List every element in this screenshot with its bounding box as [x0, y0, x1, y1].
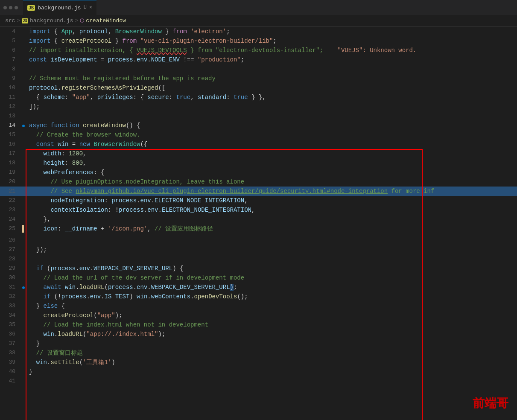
js-icon: JS — [27, 5, 35, 11]
code-line: 8 — [0, 64, 517, 74]
code-content: contextIsolation: !process.env.ELECTRON_… — [26, 205, 517, 215]
line-num: 30 — [0, 273, 22, 283]
line-num: 15 — [0, 130, 22, 140]
line-num: 6 — [0, 46, 22, 55]
code-content: height: 800, — [26, 158, 517, 168]
code-content: // Use pluginOptions.nodeIntegration, le… — [26, 177, 517, 187]
code-line: 29 if (process.env.WEBPACK_DEV_SERVER_UR… — [0, 264, 517, 273]
line-num: 31 — [0, 283, 22, 292]
editor[interactable]: 4 import { App, protocol, BrowserWindow … — [0, 27, 517, 420]
breadcrumb-src: src — [5, 18, 15, 24]
dot-1 — [3, 6, 7, 9]
code-lines: 4 import { App, protocol, BrowserWindow … — [0, 27, 517, 386]
line-num: 24 — [0, 215, 22, 224]
code-line: 33 } else { — [0, 301, 517, 311]
code-line: 18 height: 800, — [0, 158, 517, 168]
line-num: 26 — [0, 236, 22, 245]
line-num: 10 — [0, 83, 22, 93]
code-content: nodeIntegration: process.env.ELECTRON_NO… — [26, 196, 517, 205]
line-num: 4 — [0, 27, 22, 36]
code-content: } — [26, 367, 517, 376]
code-content: // 设置窗口标题 — [26, 348, 517, 358]
code-line: 27 }); — [0, 245, 517, 254]
line-num: 33 — [0, 301, 22, 311]
code-line: 26 — [0, 236, 517, 245]
code-line: 32 if (!process.env.IS_TEST) win.webCont… — [0, 292, 517, 301]
line-num: 27 — [0, 245, 22, 254]
code-content: await win.loadURL(process.env.WEBPACK_DE… — [26, 283, 517, 292]
code-line: 28 — [0, 254, 517, 264]
code-content: // See nklayman.github.io/vue-cli-plugin… — [26, 187, 517, 196]
line-num: 40 — [0, 367, 22, 376]
code-line: 13 — [0, 111, 517, 121]
code-line: 35 // Load the index.html when not in de… — [0, 320, 517, 330]
code-content: } — [26, 339, 517, 348]
code-line: 36 win.loadURL("app://./index.html"); — [0, 330, 517, 339]
line-num: 17 — [0, 149, 22, 158]
line-num: 35 — [0, 320, 22, 330]
tab[interactable]: JS background.js U × — [23, 0, 96, 15]
code-content: win.setTitle('工具箱1') — [26, 358, 517, 367]
code-content: // Load the url of the dev server if in … — [26, 273, 517, 283]
code-line: 12 ]); — [0, 102, 517, 111]
code-line: 41 — [0, 376, 517, 386]
code-content: // Load the index.html when not in devel… — [26, 320, 517, 330]
breadcrumb-file: background.js — [30, 18, 73, 24]
code-line: 10 protocol.registerSchemesAsPrivileged(… — [0, 83, 517, 93]
code-line: 30 // Load the url of the dev server if … — [0, 273, 517, 283]
line-decoration — [22, 283, 26, 292]
code-line: 20 // Use pluginOptions.nodeIntegration,… — [0, 177, 517, 187]
line-num: 28 — [0, 254, 22, 264]
line-num: 8 — [0, 64, 22, 74]
code-content: async function createWindow() { — [26, 121, 517, 130]
line-num: 41 — [0, 376, 22, 386]
code-line: 38 // 设置窗口标题 — [0, 348, 517, 358]
breadcrumb-sep1: > — [17, 18, 20, 24]
line-num: 32 — [0, 292, 22, 301]
line-num: 19 — [0, 168, 22, 177]
code-content — [26, 236, 517, 245]
code-content: width: 1200, — [26, 149, 517, 158]
code-content: icon: __dirname + '/icon.png', // 设置应用图标… — [26, 224, 517, 233]
code-line: 25 icon: __dirname + '/icon.png', // 设置应… — [0, 224, 517, 236]
close-icon[interactable]: × — [89, 5, 92, 11]
code-content — [26, 64, 517, 74]
title-bar-dots — [3, 6, 18, 9]
code-line: 4 import { App, protocol, BrowserWindow … — [0, 27, 517, 36]
code-line: 7 const isDevelopment = process.env.NODE… — [0, 55, 517, 64]
line-num: 39 — [0, 358, 22, 367]
code-content — [26, 111, 517, 121]
code-line: 5 import { createProtocol } from "vue-cl… — [0, 36, 517, 46]
code-line: 39 win.setTitle('工具箱1') — [0, 358, 517, 367]
dot-2 — [9, 6, 12, 9]
code-line: 14 async function createWindow() { — [0, 121, 517, 130]
line-num: 11 — [0, 93, 22, 102]
code-line: 22 nodeIntegration: process.env.ELECTRON… — [0, 196, 517, 205]
tab-modified: U — [84, 5, 87, 11]
line-num: 36 — [0, 330, 22, 339]
code-content: } else { — [26, 301, 517, 311]
code-line: 24 }, — [0, 215, 517, 224]
tab-label: background.js — [38, 5, 81, 11]
code-content — [26, 254, 517, 264]
code-content: { scheme: "app", privileges: { secure: t… — [26, 93, 517, 102]
func-icon: ⬡ — [80, 18, 84, 24]
line-num: 18 — [0, 158, 22, 168]
code-content: // Create the browser window. — [26, 130, 517, 140]
title-bar: JS background.js U × — [0, 0, 517, 15]
code-content: }); — [26, 245, 517, 254]
code-line: 19 webPreferences: { — [0, 168, 517, 177]
code-content: protocol.registerSchemesAsPrivileged([ — [26, 83, 517, 93]
code-line: 37 } — [0, 339, 517, 348]
code-line: 40 } — [0, 367, 517, 376]
code-line: 11 { scheme: "app", privileges: { secure… — [0, 93, 517, 102]
js-icon-sm: JS — [22, 18, 28, 23]
code-line: 31 await win.loadURL(process.env.WEBPACK… — [0, 283, 517, 292]
code-content — [26, 376, 517, 386]
line-num: 5 — [0, 36, 22, 46]
code-line: 21 // See nklayman.github.io/vue-cli-plu… — [0, 187, 517, 196]
code-line: 15 // Create the browser window. — [0, 130, 517, 140]
code-line: 17 width: 1200, — [0, 149, 517, 158]
code-line: 9 // Scheme must be registered before th… — [0, 74, 517, 83]
breadcrumb-func: createWindow — [86, 18, 126, 24]
